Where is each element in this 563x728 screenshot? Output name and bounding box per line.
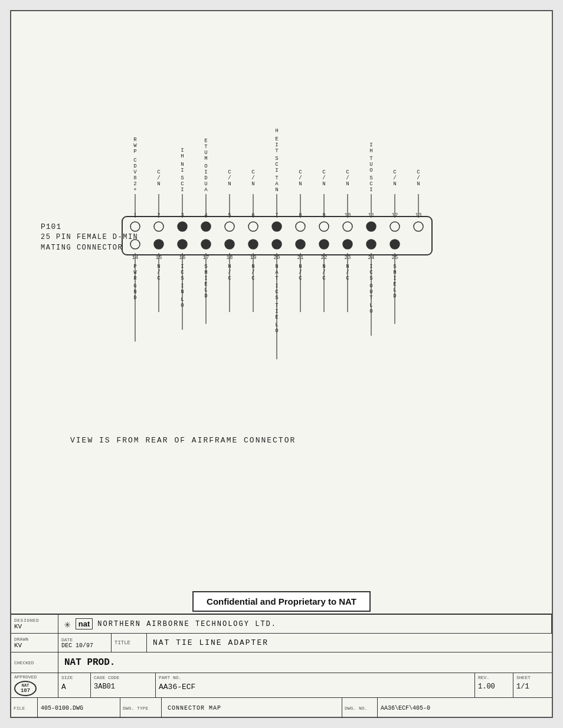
svg-text:H: H: [275, 128, 278, 134]
svg-text:P: P: [133, 149, 136, 155]
svg-text:D: D: [393, 293, 396, 299]
svg-text:C: C: [157, 169, 161, 175]
dwg-type-label-cell: DWG. TYPE: [120, 698, 162, 718]
svg-text:S: S: [181, 276, 184, 281]
title-block: DESIGNED KV ✳ nat NORTHERN AIRBORNE TECH…: [11, 614, 552, 717]
svg-text:G: G: [133, 283, 136, 289]
svg-text:I: I: [275, 309, 278, 314]
svg-text:U: U: [369, 289, 372, 295]
svg-text:20: 20: [274, 255, 280, 261]
svg-point-44: [248, 240, 258, 249]
svg-text:12: 12: [392, 212, 398, 218]
svg-text:I: I: [275, 142, 278, 148]
svg-text:C: C: [251, 169, 255, 175]
sheet-cell: SHEET 1/1: [513, 673, 552, 697]
svg-point-34: [319, 222, 329, 231]
svg-text:T: T: [275, 148, 279, 154]
svg-point-47: [319, 240, 329, 249]
svg-text:D: D: [204, 293, 207, 299]
svg-text:T: T: [275, 175, 279, 181]
svg-text:S: S: [393, 264, 396, 270]
svg-text:C: C: [181, 181, 184, 187]
svg-text:15: 15: [156, 255, 162, 261]
svg-text:/: /: [322, 175, 325, 181]
title-value-cell: NAT TIE LINE ADAPTER: [147, 634, 552, 652]
svg-text:7: 7: [275, 212, 278, 218]
svg-text:N: N: [251, 264, 254, 270]
designed-cell: DESIGNED KV: [11, 615, 58, 633]
svg-text:I: I: [393, 276, 396, 281]
svg-point-48: [343, 240, 352, 249]
confidential-box: Confidential and Proprietary to NAT: [192, 591, 371, 612]
svg-text:/: /: [346, 270, 349, 276]
svg-text:10: 10: [345, 212, 351, 218]
svg-text:/: /: [251, 175, 254, 181]
svg-text:T: T: [369, 156, 373, 162]
svg-text:H: H: [369, 148, 372, 154]
svg-text:H: H: [393, 270, 396, 276]
svg-text:N: N: [157, 181, 160, 187]
svg-text:22: 22: [321, 255, 328, 261]
connector-description-1: 25 PIN FEMALE D-MIN: [41, 233, 138, 241]
svg-text:U: U: [204, 150, 207, 156]
svg-text:4: 4: [204, 212, 207, 218]
svg-text:C: C: [299, 169, 302, 175]
connector-description-2: MATING CONNECTOR: [41, 244, 123, 252]
drawn-cell: DRAWN KV: [11, 634, 58, 652]
svg-text:P: P: [133, 264, 136, 270]
svg-text:18: 18: [227, 255, 233, 261]
connector-reference: P101: [41, 222, 61, 231]
svg-text:C: C: [275, 162, 279, 168]
svg-text:R: R: [133, 137, 137, 143]
svg-text:S: S: [275, 295, 278, 301]
svg-text:C: C: [346, 276, 349, 281]
svg-text:N: N: [181, 289, 184, 295]
svg-text:T: T: [204, 144, 208, 150]
svg-text:17: 17: [203, 255, 210, 261]
size-cell: SIZE A: [58, 673, 91, 697]
svg-text:V: V: [133, 169, 137, 175]
svg-text:/: /: [299, 175, 302, 181]
svg-text:N: N: [228, 181, 231, 187]
svg-text:E: E: [275, 314, 278, 320]
svg-text:I: I: [369, 142, 372, 148]
svg-point-41: [178, 240, 187, 249]
svg-text:N: N: [228, 264, 231, 270]
svg-text:L: L: [181, 297, 184, 303]
svg-text:U: U: [369, 162, 372, 168]
svg-text:/: /: [251, 270, 254, 276]
svg-text:8: 8: [299, 212, 302, 218]
svg-text:3: 3: [181, 212, 184, 218]
dwg-no-value-cell: AA36\ECF\405-0: [378, 698, 552, 718]
svg-text:C: C: [133, 158, 137, 163]
svg-text:I: I: [204, 276, 207, 281]
file-label-cell: FILE: [11, 698, 38, 718]
svg-text:/: /: [322, 270, 325, 276]
svg-text:1: 1: [133, 212, 136, 218]
svg-text:O: O: [369, 309, 372, 314]
svg-point-42: [201, 240, 211, 249]
svg-text:9: 9: [322, 212, 325, 218]
svg-point-40: [154, 240, 163, 249]
svg-text:S: S: [369, 175, 372, 181]
part-cell: PART NO. AA36-ECF: [156, 673, 475, 697]
dwg-no-label-cell: DWG. NO.: [342, 698, 378, 718]
svg-text:N: N: [322, 264, 325, 270]
svg-text:23: 23: [345, 255, 351, 261]
svg-text:A: A: [275, 270, 279, 276]
svg-text:5: 5: [228, 212, 231, 218]
svg-text:H: H: [181, 153, 184, 159]
svg-text:H: H: [204, 270, 207, 276]
svg-text:C: C: [228, 276, 231, 281]
svg-text:/: /: [157, 175, 160, 181]
svg-text:O: O: [369, 283, 372, 289]
date-cell: DATE DEC 10/97: [58, 634, 112, 652]
svg-text:N: N: [299, 181, 302, 187]
svg-text:S: S: [275, 156, 278, 162]
svg-text:L: L: [393, 287, 396, 293]
svg-text:I: I: [181, 168, 184, 173]
svg-text:M: M: [204, 156, 207, 162]
svg-point-46: [296, 240, 305, 249]
svg-text:I: I: [181, 264, 184, 270]
svg-text:/: /: [417, 175, 420, 181]
